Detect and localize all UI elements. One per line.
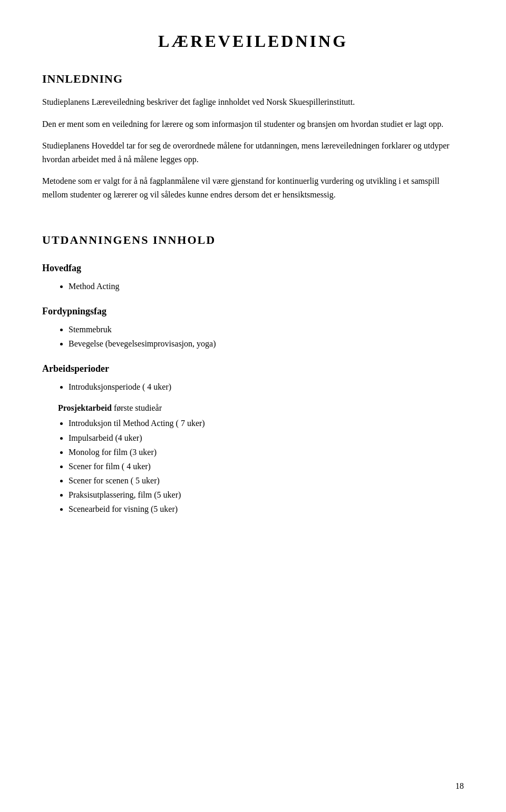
prosjektarbeid-block: Prosjektarbeid første studieår Introduks… [42,403,464,516]
arbeidsperioder-list: Introduksjonsperiode ( 4 uker) [69,380,464,394]
prosjektarbeid-label-suffix: første studieår [114,403,162,412]
list-item: Stemmebruk [69,322,464,336]
utdanningens-innhold-section: UTDANNINGENS INNHOLD Hovedfag Method Act… [42,233,464,517]
innledning-paragraph-1: Studieplanens Læreveiledning beskriver d… [42,95,464,109]
fordypningsfag-list: Stemmebruk Bevegelse (bevegelsesimprovis… [69,322,464,351]
list-item: Monolog for film (3 uker) [69,445,464,459]
list-item: Bevegelse (bevegelsesimprovisasjon, yoga… [69,336,464,351]
hovedfag-list: Method Acting [69,279,464,293]
list-item: Scener for scenen ( 5 uker) [69,473,464,488]
page-number: 18 [455,781,464,791]
innledning-paragraph-2: Den er ment som en veiledning for lærere… [42,117,464,131]
list-item: Impulsarbeid (4 uker) [69,431,464,445]
hovedfag-block: Hovedfag Method Acting [42,263,464,293]
main-title: LÆREVEILEDNING [42,32,464,51]
list-item: Praksisutplassering, film (5 uker) [69,488,464,502]
fordypningsfag-block: Fordypningsfag Stemmebruk Bevegelse (bev… [42,306,464,351]
innledning-paragraph-4: Metodene som er valgt for å nå fagplanmå… [42,174,464,201]
list-item: Scener for film ( 4 uker) [69,459,464,473]
prosjektarbeid-label: Prosjektarbeid [58,403,112,412]
list-item: Introduksjon til Method Acting ( 7 uker) [69,416,464,430]
list-item: Scenearbeid for visning (5 uker) [69,502,464,516]
innledning-section: INNLEDNING Studieplanens Læreveiledning … [42,72,464,202]
prosjektarbeid-list: Introduksjon til Method Acting ( 7 uker)… [69,416,464,516]
page: LÆREVEILEDNING INNLEDNING Studieplanens … [0,0,506,812]
prosjektarbeid-heading: Prosjektarbeid første studieår [58,403,464,413]
list-item: Method Acting [69,279,464,293]
arbeidsperioder-block: Arbeidsperioder Introduksjonsperiode ( 4… [42,363,464,394]
fordypningsfag-label: Fordypningsfag [42,306,464,317]
hovedfag-label: Hovedfag [42,263,464,274]
list-item: Introduksjonsperiode ( 4 uker) [69,380,464,394]
innledning-heading: INNLEDNING [42,72,464,86]
utdanningens-innhold-heading: UTDANNINGENS INNHOLD [42,233,464,247]
innledning-paragraph-3: Studieplanens Hoveddel tar for seg de ov… [42,139,464,166]
arbeidsperioder-label: Arbeidsperioder [42,363,464,374]
